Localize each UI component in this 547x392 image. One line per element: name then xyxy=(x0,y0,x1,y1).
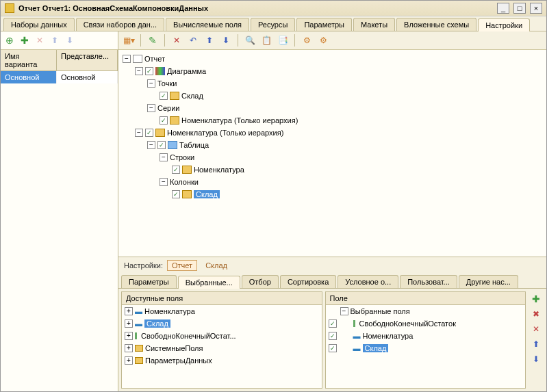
field-down-icon[interactable]: ⬇ xyxy=(530,353,542,365)
selected-panel: Поле −Выбранные поля ✓СвободноКонечныйОс… xyxy=(325,291,526,389)
tab-settings[interactable]: Настройки xyxy=(478,18,530,31)
subtab-filter[interactable]: Отбор xyxy=(242,275,279,288)
expand-icon[interactable]: + xyxy=(125,307,133,315)
tab-links[interactable]: Связи наборов дан... xyxy=(76,18,164,31)
checkbox[interactable]: ✓ xyxy=(329,344,337,352)
subtab-other[interactable]: Другие нас... xyxy=(459,275,518,288)
tool5-icon[interactable]: ⚙ xyxy=(317,34,329,47)
checkbox[interactable]: ✓ xyxy=(160,116,168,125)
list-item[interactable]: +СистемныеПоля xyxy=(122,342,322,354)
list-item[interactable]: −Выбранные поля xyxy=(326,305,526,317)
checkbox[interactable]: ✓ xyxy=(145,67,153,75)
subtab-user[interactable]: Пользоват... xyxy=(400,275,457,288)
expand-icon[interactable]: − xyxy=(147,141,155,149)
crumb-sklad[interactable]: Склад xyxy=(201,261,231,270)
expand-icon[interactable]: + xyxy=(125,319,133,328)
table-icon xyxy=(168,141,177,149)
bottom-panel: Настройки: Отчет Склад Параметры Выбранн… xyxy=(118,257,546,391)
field-up-icon[interactable]: ⬆ xyxy=(530,338,542,350)
tree-table[interactable]: Таблица xyxy=(179,141,209,149)
checkbox[interactable]: ✓ xyxy=(157,141,166,149)
remove-icon[interactable]: ✕ xyxy=(170,34,183,47)
selected-list[interactable]: −Выбранные поля ✓СвободноКонечныйОстаток… xyxy=(326,305,526,388)
wizard-icon[interactable]: ▦▾ xyxy=(123,34,135,47)
expand-icon[interactable]: − xyxy=(147,104,155,112)
list-item[interactable]: +СвободноКонечныйОстат... xyxy=(122,330,322,342)
expand-icon[interactable]: − xyxy=(135,129,143,137)
left-panel: ⊕ ✚ ✕ ⬆ ⬇ Имя варианта Представле... Осн… xyxy=(1,31,118,391)
expand-icon[interactable]: − xyxy=(160,178,168,186)
tree-cols[interactable]: Колонки xyxy=(170,178,199,186)
crumb-report[interactable]: Отчет xyxy=(167,260,197,271)
list-item[interactable]: +▬Номенклатура xyxy=(122,305,322,317)
tree-sklad1[interactable]: Склад xyxy=(181,92,203,100)
col-name[interactable]: Имя варианта xyxy=(1,50,57,70)
tab-datasets[interactable]: Наборы данных xyxy=(3,18,75,31)
list-item[interactable]: +ПараметрыДанных xyxy=(122,354,322,367)
edit-icon[interactable]: ✎ xyxy=(147,34,159,47)
expand-icon[interactable]: + xyxy=(125,332,133,340)
down-icon[interactable]: ⬇ xyxy=(64,34,76,47)
tab-resources[interactable]: Ресурсы xyxy=(251,18,295,31)
checkbox[interactable]: ✓ xyxy=(160,92,168,100)
expand-icon[interactable]: − xyxy=(340,307,348,315)
tool2-icon[interactable]: 📋 xyxy=(260,34,272,47)
clear-icon[interactable]: ✖ xyxy=(530,308,542,320)
available-list[interactable]: +▬Номенклатура +▬Склад +СвободноКонечный… xyxy=(122,305,322,388)
subtab-params[interactable]: Параметры xyxy=(121,275,177,288)
subtab-conditional[interactable]: Условное о... xyxy=(338,275,398,288)
selected-header: Поле xyxy=(326,292,526,305)
up-icon[interactable]: ⬆ xyxy=(49,34,61,47)
app-icon xyxy=(5,3,14,13)
tree-nom1[interactable]: Номенклатура (Только иерархия) xyxy=(181,116,298,125)
add-icon[interactable]: ⊕ xyxy=(3,34,16,47)
checkbox[interactable]: ✓ xyxy=(329,319,337,328)
close-button[interactable]: × xyxy=(530,3,542,14)
list-item[interactable]: ✓СвободноКонечныйОстаток xyxy=(326,317,526,330)
tool3-icon[interactable]: 📑 xyxy=(277,34,289,47)
expand-icon[interactable]: + xyxy=(125,356,133,365)
tree-root[interactable]: Отчет xyxy=(144,55,165,63)
copy-icon[interactable]: ✚ xyxy=(18,34,31,47)
checkbox[interactable]: ✓ xyxy=(145,129,153,137)
checkbox[interactable]: ✓ xyxy=(172,166,180,174)
expand-icon[interactable]: − xyxy=(135,67,143,75)
list-item[interactable]: ✓▬Номенклатура xyxy=(326,330,526,342)
tree-nom3[interactable]: Номенклатура xyxy=(194,166,244,174)
expand-icon[interactable]: − xyxy=(123,55,131,63)
tab-layouts[interactable]: Макеты xyxy=(353,18,395,31)
col-present[interactable]: Представле... xyxy=(57,50,118,70)
tree-sklad2[interactable]: Склад xyxy=(194,190,220,198)
tree-nom2[interactable]: Номенклатура (Только иерархия) xyxy=(167,129,283,137)
tab-params[interactable]: Параметры xyxy=(296,18,352,31)
tree-series[interactable]: Серии xyxy=(157,104,179,112)
tree-diagram[interactable]: Диаграмма xyxy=(167,67,206,75)
subtab-selected[interactable]: Выбранные... xyxy=(178,276,240,289)
subtab-sort[interactable]: Сортировка xyxy=(280,275,336,288)
expand-icon[interactable]: − xyxy=(160,153,168,161)
tab-calc[interactable]: Вычисляемые поля xyxy=(166,18,249,31)
undo-icon[interactable]: ↶ xyxy=(187,34,199,47)
tab-nested[interactable]: Вложенные схемы xyxy=(396,18,476,31)
list-item[interactable]: ✓▬Склад xyxy=(326,342,526,354)
expand-icon[interactable]: + xyxy=(125,344,133,352)
variant-row[interactable]: Основной Основной xyxy=(1,71,118,83)
tree-rows[interactable]: Строки xyxy=(170,153,194,161)
checkbox[interactable]: ✓ xyxy=(172,190,180,198)
minimize-button[interactable]: _ xyxy=(497,3,509,14)
move-down-icon[interactable]: ⬇ xyxy=(220,34,232,47)
move-up-icon[interactable]: ⬆ xyxy=(203,34,216,47)
maximize-button[interactable]: □ xyxy=(513,3,526,14)
tree-points[interactable]: Точки xyxy=(157,79,177,88)
report-icon xyxy=(133,55,142,63)
list-item[interactable]: +▬Склад xyxy=(122,317,322,330)
breadcrumb: Настройки: Отчет Склад xyxy=(118,257,546,274)
add-field-icon[interactable]: ✚ xyxy=(530,293,542,305)
expand-icon[interactable]: − xyxy=(147,79,155,88)
tool4-icon[interactable]: ⚙ xyxy=(301,34,313,47)
tool1-icon[interactable]: 🔍 xyxy=(244,34,256,47)
settings-tree[interactable]: −Отчет −✓Диаграмма −Точки ✓Склад −Серии … xyxy=(118,50,546,257)
del-field-icon[interactable]: ✕ xyxy=(530,323,542,335)
checkbox[interactable]: ✓ xyxy=(329,332,337,340)
delete-icon[interactable]: ✕ xyxy=(34,34,46,47)
